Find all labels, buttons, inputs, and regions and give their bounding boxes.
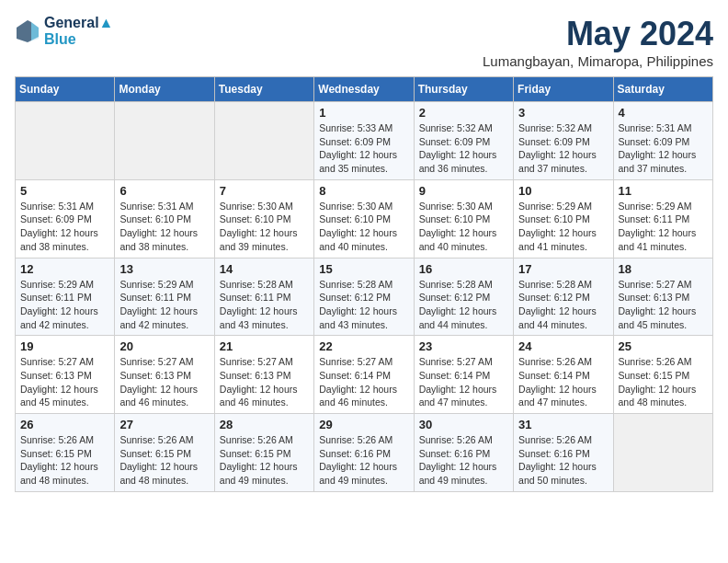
day-number: 19 <box>20 339 109 353</box>
day-info: Sunrise: 5:28 AM Sunset: 6:11 PM Dayligh… <box>220 278 309 332</box>
day-info: Sunrise: 5:26 AM Sunset: 6:16 PM Dayligh… <box>319 433 408 488</box>
day-number: 8 <box>319 184 408 198</box>
day-info: Sunrise: 5:30 AM Sunset: 6:10 PM Dayligh… <box>319 200 408 254</box>
calendar-cell: 19Sunrise: 5:27 AM Sunset: 6:13 PM Dayli… <box>16 336 115 414</box>
calendar-table: SundayMondayTuesdayWednesdayThursdayFrid… <box>15 76 713 492</box>
calendar-cell: 13Sunrise: 5:29 AM Sunset: 6:11 PM Dayli… <box>115 258 214 336</box>
weekday-header-friday: Friday <box>514 77 613 102</box>
day-info: Sunrise: 5:33 AM Sunset: 6:09 PM Dayligh… <box>319 121 408 176</box>
day-info: Sunrise: 5:32 AM Sunset: 6:09 PM Dayligh… <box>518 121 608 176</box>
day-number: 15 <box>319 262 408 276</box>
day-info: Sunrise: 5:28 AM Sunset: 6:12 PM Dayligh… <box>518 278 608 332</box>
day-number: 11 <box>619 184 708 198</box>
day-info: Sunrise: 5:26 AM Sunset: 6:15 PM Dayligh… <box>220 433 309 488</box>
day-info: Sunrise: 5:27 AM Sunset: 6:13 PM Dayligh… <box>619 278 708 332</box>
calendar-cell: 8Sunrise: 5:30 AM Sunset: 6:10 PM Daylig… <box>314 179 414 258</box>
day-number: 31 <box>518 418 608 431</box>
day-number: 13 <box>119 262 209 276</box>
day-number: 20 <box>119 339 209 353</box>
calendar-cell: 18Sunrise: 5:27 AM Sunset: 6:13 PM Dayli… <box>613 258 712 336</box>
calendar-cell: 28Sunrise: 5:26 AM Sunset: 6:15 PM Dayli… <box>214 414 313 492</box>
day-number: 21 <box>220 339 309 353</box>
calendar-cell: 10Sunrise: 5:29 AM Sunset: 6:10 PM Dayli… <box>514 179 613 258</box>
calendar-week-row: 26Sunrise: 5:26 AM Sunset: 6:15 PM Dayli… <box>16 414 713 492</box>
day-info: Sunrise: 5:26 AM Sunset: 6:14 PM Dayligh… <box>518 355 608 409</box>
calendar-cell: 7Sunrise: 5:30 AM Sunset: 6:10 PM Daylig… <box>214 179 313 258</box>
calendar-cell <box>613 414 712 492</box>
location: Lumangbayan, Mimaropa, Philippines <box>483 53 713 69</box>
day-number: 17 <box>518 262 608 276</box>
logo: General▲ Blue <box>15 15 113 48</box>
day-info: Sunrise: 5:31 AM Sunset: 6:09 PM Dayligh… <box>20 200 109 254</box>
weekday-header-sunday: Sunday <box>16 77 115 102</box>
day-number: 1 <box>319 106 408 120</box>
calendar-cell: 1Sunrise: 5:33 AM Sunset: 6:09 PM Daylig… <box>314 102 414 180</box>
weekday-header-row: SundayMondayTuesdayWednesdayThursdayFrid… <box>16 77 713 102</box>
calendar-cell <box>115 102 214 180</box>
day-info: Sunrise: 5:30 AM Sunset: 6:10 PM Dayligh… <box>419 200 508 254</box>
calendar-cell: 20Sunrise: 5:27 AM Sunset: 6:13 PM Dayli… <box>115 336 214 414</box>
day-number: 4 <box>619 106 708 120</box>
calendar-cell: 25Sunrise: 5:26 AM Sunset: 6:15 PM Dayli… <box>613 336 712 414</box>
day-number: 27 <box>119 418 209 431</box>
calendar-cell: 22Sunrise: 5:27 AM Sunset: 6:14 PM Dayli… <box>314 336 414 414</box>
day-number: 7 <box>220 184 309 198</box>
logo-text: General▲ Blue <box>44 15 113 48</box>
day-info: Sunrise: 5:28 AM Sunset: 6:12 PM Dayligh… <box>419 278 508 332</box>
day-info: Sunrise: 5:27 AM Sunset: 6:14 PM Dayligh… <box>419 355 508 409</box>
weekday-header-wednesday: Wednesday <box>314 77 414 102</box>
calendar-cell: 23Sunrise: 5:27 AM Sunset: 6:14 PM Dayli… <box>414 336 513 414</box>
calendar-cell: 11Sunrise: 5:29 AM Sunset: 6:11 PM Dayli… <box>613 179 712 258</box>
day-info: Sunrise: 5:29 AM Sunset: 6:11 PM Dayligh… <box>20 278 109 332</box>
day-number: 2 <box>419 106 508 120</box>
day-number: 30 <box>419 418 508 431</box>
calendar-cell <box>16 102 115 180</box>
calendar-cell: 16Sunrise: 5:28 AM Sunset: 6:12 PM Dayli… <box>414 258 513 336</box>
day-info: Sunrise: 5:26 AM Sunset: 6:16 PM Dayligh… <box>518 433 608 488</box>
calendar-week-row: 12Sunrise: 5:29 AM Sunset: 6:11 PM Dayli… <box>16 258 713 336</box>
calendar-cell: 17Sunrise: 5:28 AM Sunset: 6:12 PM Dayli… <box>514 258 613 336</box>
day-info: Sunrise: 5:26 AM Sunset: 6:15 PM Dayligh… <box>619 355 708 409</box>
day-info: Sunrise: 5:28 AM Sunset: 6:12 PM Dayligh… <box>319 278 408 332</box>
calendar-cell: 14Sunrise: 5:28 AM Sunset: 6:11 PM Dayli… <box>214 258 313 336</box>
day-number: 22 <box>319 339 408 353</box>
calendar-cell: 21Sunrise: 5:27 AM Sunset: 6:13 PM Dayli… <box>214 336 313 414</box>
day-info: Sunrise: 5:29 AM Sunset: 6:11 PM Dayligh… <box>619 200 708 254</box>
calendar-cell: 5Sunrise: 5:31 AM Sunset: 6:09 PM Daylig… <box>16 179 115 258</box>
day-number: 14 <box>220 262 309 276</box>
calendar-cell <box>214 102 313 180</box>
day-info: Sunrise: 5:26 AM Sunset: 6:15 PM Dayligh… <box>119 433 209 488</box>
calendar-cell: 30Sunrise: 5:26 AM Sunset: 6:16 PM Dayli… <box>414 414 513 492</box>
calendar-cell: 4Sunrise: 5:31 AM Sunset: 6:09 PM Daylig… <box>613 102 712 180</box>
day-info: Sunrise: 5:27 AM Sunset: 6:13 PM Dayligh… <box>220 355 309 409</box>
calendar-cell: 6Sunrise: 5:31 AM Sunset: 6:10 PM Daylig… <box>115 179 214 258</box>
calendar-week-row: 5Sunrise: 5:31 AM Sunset: 6:09 PM Daylig… <box>16 179 713 258</box>
day-number: 10 <box>518 184 608 198</box>
day-number: 28 <box>220 418 309 431</box>
month-title: May 2024 <box>483 15 713 53</box>
day-number: 26 <box>20 418 109 431</box>
day-info: Sunrise: 5:30 AM Sunset: 6:10 PM Dayligh… <box>220 200 309 254</box>
weekday-header-tuesday: Tuesday <box>214 77 313 102</box>
calendar-cell: 27Sunrise: 5:26 AM Sunset: 6:15 PM Dayli… <box>115 414 214 492</box>
day-info: Sunrise: 5:29 AM Sunset: 6:10 PM Dayligh… <box>518 200 608 254</box>
day-number: 6 <box>119 184 209 198</box>
day-number: 3 <box>518 106 608 120</box>
weekday-header-thursday: Thursday <box>414 77 513 102</box>
calendar-cell: 15Sunrise: 5:28 AM Sunset: 6:12 PM Dayli… <box>314 258 414 336</box>
day-number: 29 <box>319 418 408 431</box>
calendar-cell: 26Sunrise: 5:26 AM Sunset: 6:15 PM Dayli… <box>16 414 115 492</box>
weekday-header-saturday: Saturday <box>613 77 712 102</box>
day-info: Sunrise: 5:27 AM Sunset: 6:13 PM Dayligh… <box>119 355 209 409</box>
day-info: Sunrise: 5:27 AM Sunset: 6:13 PM Dayligh… <box>20 355 109 409</box>
day-number: 25 <box>619 339 708 353</box>
page-header: General▲ Blue May 2024 Lumangbayan, Mima… <box>15 15 713 69</box>
calendar-cell: 31Sunrise: 5:26 AM Sunset: 6:16 PM Dayli… <box>514 414 613 492</box>
day-number: 24 <box>518 339 608 353</box>
svg-marker-2 <box>17 20 31 42</box>
day-info: Sunrise: 5:31 AM Sunset: 6:10 PM Dayligh… <box>119 200 209 254</box>
day-number: 16 <box>419 262 508 276</box>
day-number: 12 <box>20 262 109 276</box>
day-number: 23 <box>419 339 508 353</box>
day-number: 18 <box>619 262 708 276</box>
